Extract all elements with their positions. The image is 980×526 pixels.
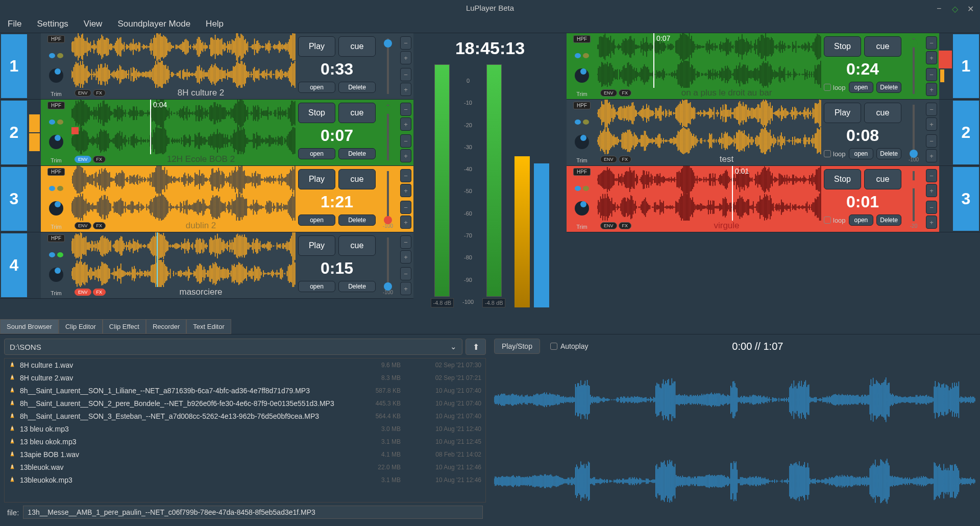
minus-button-2[interactable]: − — [926, 68, 937, 81]
minus-button-2[interactable]: − — [400, 267, 411, 280]
trim-knob[interactable] — [49, 135, 63, 149]
delete-button[interactable]: Delete — [338, 82, 376, 93]
cue-button[interactable]: cue — [864, 169, 901, 189]
cue-button[interactable]: cue — [864, 103, 901, 123]
cue-marker[interactable] — [157, 232, 158, 287]
player-slot-number[interactable]: 1 — [952, 33, 980, 99]
plus-button[interactable]: + — [926, 117, 937, 131]
cue-button[interactable]: cue — [338, 235, 376, 256]
hpf-badge[interactable]: HPF — [47, 234, 65, 242]
fx-badge[interactable]: FX — [619, 222, 632, 229]
file-row[interactable]: 13 bleu ok.mp3 3.0 MB 10 Aug '21 12:40 — [5, 422, 485, 435]
hpf-badge[interactable]: HPF — [573, 35, 591, 43]
trim-knob[interactable] — [49, 268, 63, 282]
env-badge[interactable]: ENV — [75, 222, 91, 229]
minus-button-2[interactable]: − — [926, 134, 937, 148]
close-icon[interactable]: ✕ — [967, 4, 975, 12]
waveform-display[interactable]: 0:04 — [71, 100, 296, 154]
menu-help[interactable]: Help — [206, 19, 224, 29]
player-slot-number[interactable]: 1 — [0, 33, 28, 99]
play-stop-button[interactable]: Play — [298, 36, 335, 57]
cue-button[interactable]: cue — [338, 103, 376, 123]
volume-fader[interactable]: -20 — [903, 166, 924, 232]
player-slot-number[interactable]: 4 — [0, 232, 28, 298]
play-stop-button[interactable]: Stop — [298, 103, 335, 123]
fx-badge[interactable]: FX — [619, 89, 632, 97]
hpf-badge[interactable]: HPF — [47, 35, 65, 43]
plus-button[interactable]: + — [926, 51, 937, 64]
play-stop-button[interactable]: Play — [298, 235, 335, 256]
delete-button[interactable]: Delete — [876, 214, 901, 226]
in-marker[interactable] — [71, 127, 79, 134]
loop-checkbox[interactable]: loop — [824, 217, 846, 224]
hpf-badge[interactable]: HPF — [47, 102, 65, 109]
player-slot-number[interactable]: 2 — [0, 100, 28, 165]
file-row[interactable]: 8h__Saint_Laurent__SON_2_pere_Bondele_--… — [5, 397, 485, 410]
autoplay-checkbox[interactable]: Autoplay — [550, 342, 588, 350]
playhead[interactable] — [150, 100, 151, 154]
plus-button-2[interactable]: + — [400, 282, 411, 295]
open-button[interactable]: open — [298, 281, 335, 292]
plus-button[interactable]: + — [400, 117, 411, 131]
tab-text-editor[interactable]: Text Editor — [186, 319, 231, 334]
open-button[interactable]: open — [849, 148, 874, 159]
menu-view[interactable]: View — [84, 19, 103, 29]
plus-button-2[interactable]: + — [926, 216, 937, 229]
maximize-icon[interactable]: ◇ — [952, 4, 960, 12]
hpf-badge[interactable]: HPF — [573, 168, 591, 176]
delete-button[interactable]: Delete — [876, 148, 901, 159]
env-badge[interactable]: ENV — [600, 222, 617, 229]
minus-button[interactable]: − — [926, 36, 937, 50]
fx-badge[interactable]: FX — [93, 89, 106, 97]
plus-button[interactable]: + — [400, 250, 411, 264]
trim-knob[interactable] — [49, 68, 63, 83]
volume-fader[interactable] — [378, 33, 398, 99]
minus-button[interactable]: − — [400, 103, 411, 116]
minus-button-2[interactable]: − — [400, 68, 411, 81]
plus-button-2[interactable]: + — [400, 149, 411, 162]
tab-clip-effect[interactable]: Clip Effect — [103, 319, 146, 334]
delete-button[interactable]: Delete — [338, 148, 376, 159]
play-stop-button[interactable]: Play — [824, 103, 861, 123]
loop-checkbox[interactable]: loop — [824, 84, 846, 91]
waveform-display[interactable] — [71, 166, 296, 221]
file-list[interactable]: 8H culture 1.wav 9.6 MB 02 Sep '21 07:30… — [4, 358, 486, 503]
open-button[interactable]: open — [849, 214, 874, 226]
cue-button[interactable]: cue — [338, 36, 376, 57]
delete-button[interactable]: Delete — [338, 281, 376, 292]
minimize-icon[interactable]: − — [937, 4, 944, 12]
volume-fader[interactable]: -100 — [378, 232, 398, 298]
trim-knob[interactable] — [575, 201, 589, 216]
player-slot-number[interactable]: 2 — [952, 100, 980, 165]
play-stop-button[interactable]: Stop — [824, 169, 861, 189]
loop-checkbox[interactable]: loop — [824, 150, 846, 158]
file-row[interactable]: 13 bleu okok.mp3 3.1 MB 10 Aug '21 12:45 — [5, 435, 485, 448]
plus-button-2[interactable]: + — [926, 149, 937, 162]
minus-button-2[interactable]: − — [926, 201, 937, 214]
menu-file[interactable]: File — [8, 19, 21, 29]
chevron-down-icon[interactable]: ⌄ — [450, 342, 457, 351]
volume-fader[interactable]: -100 — [378, 166, 398, 232]
player-slot-number[interactable]: 3 — [0, 166, 28, 232]
playhead[interactable] — [732, 166, 733, 221]
browser-up-button[interactable]: ⬆ — [465, 339, 486, 355]
menu-soundplayer-mode[interactable]: Soundplayer Mode — [117, 19, 190, 29]
hpf-badge[interactable]: HPF — [573, 102, 591, 109]
open-button[interactable]: open — [298, 148, 335, 159]
minus-button[interactable]: − — [926, 103, 937, 116]
waveform-display[interactable]: 0:07 — [597, 33, 822, 88]
play-stop-button[interactable]: Stop — [824, 36, 861, 57]
tab-recorder[interactable]: Recorder — [146, 319, 186, 334]
file-row[interactable]: 13bleuok.wav 22.0 MB 10 Aug '21 12:46 — [5, 461, 485, 473]
preview-waveform[interactable] — [494, 359, 976, 522]
volume-fader[interactable] — [378, 100, 398, 165]
player-slot-number[interactable]: 3 — [952, 166, 980, 232]
playhead[interactable] — [653, 33, 654, 88]
waveform-display[interactable] — [71, 232, 296, 287]
minus-button-2[interactable]: − — [400, 134, 411, 148]
minus-button[interactable]: − — [400, 169, 411, 182]
env-badge[interactable]: ENV — [75, 156, 91, 163]
plus-button[interactable]: + — [400, 51, 411, 64]
cue-button[interactable]: cue — [338, 169, 376, 189]
delete-button[interactable]: Delete — [338, 214, 376, 226]
